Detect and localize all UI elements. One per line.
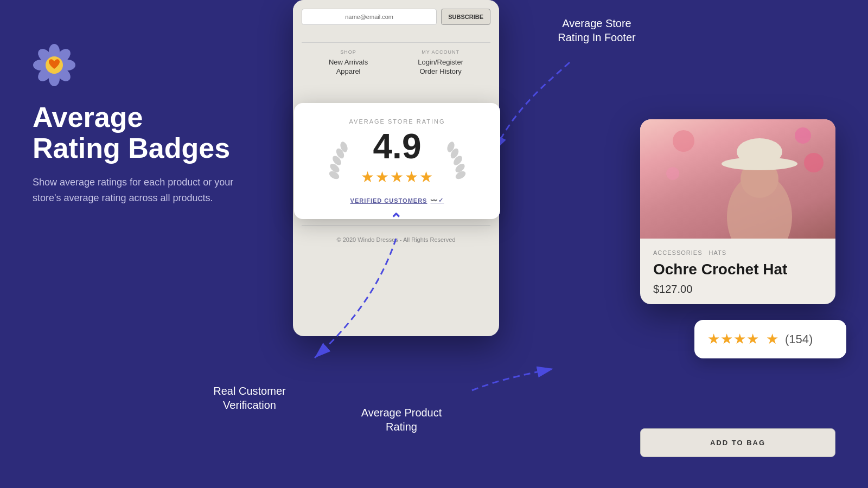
email-row: name@email.com SUBSCRIBE [302,9,490,25]
email-input[interactable]: name@email.com [302,9,437,25]
left-section: Average Rating Badges Show average ratin… [33,43,260,206]
annotation-verification: Real Customer Verification [190,384,309,412]
annotation-store-rating: Average Store Rating In Footer [521,16,673,44]
product-review-count: (154) [785,332,813,346]
category-accessories: ACCESSORIES [653,249,702,256]
shop-link-2[interactable]: Apparel [329,67,368,75]
phone-top: name@email.com SUBSCRIBE [293,0,499,42]
laurel-wrapper: 4.9 ★★★★★ [314,129,481,191]
main-description: Show average ratings for each product or… [33,175,260,206]
annotation-product-rating: Average Product Rating [336,406,467,434]
product-card: ACCESSORIES HATS Ochre Crochet Hat $127.… [640,119,835,304]
chevron-up-icon: ⌃ [390,210,402,228]
account-link-1[interactable]: Login/Register [418,58,463,66]
product-info: ACCESSORIES HATS Ochre Crochet Hat $127.… [640,239,835,304]
product-categories: ACCESSORIES HATS [653,249,822,256]
add-to-bag-button[interactable]: ADD TO BAG [640,428,835,457]
logo-icon [33,43,76,87]
account-link-2[interactable]: Order History [418,67,463,75]
badge-title: AVERAGE STORE RATING [314,118,481,125]
product-half-star: ★ [766,331,778,348]
product-image [640,119,835,239]
shop-heading: SHOP [329,49,368,55]
product-rating-badge: ★★★★ ★ (154) [694,320,846,358]
svg-point-25 [666,167,679,180]
badge-stars: ★★★★★ [361,168,434,186]
product-stars: ★★★★ [707,331,760,348]
product-image-illustration [640,119,835,239]
product-price: $127.00 [653,283,822,296]
nav-account: MY ACCOUNT Login/Register Order History [418,49,463,76]
shop-link-1[interactable]: New Arrivals [329,58,368,66]
store-rating-badge: AVERAGE STORE RATING 4.9 ★★★★★ [294,103,500,219]
verified-label: VERIFIED CUSTOMERS 〰️✓ [314,197,481,204]
phone-nav: SHOP New Arrivals Apparel MY ACCOUNT Log… [293,43,499,83]
left-laurel-icon [325,142,352,179]
subscribe-button[interactable]: SUBSCRIBE [441,9,490,25]
svg-point-24 [804,153,824,172]
main-title: Average Rating Badges [33,102,260,164]
account-heading: MY ACCOUNT [418,49,463,55]
svg-point-22 [673,130,694,152]
verified-check-icon: 〰️✓ [430,197,444,204]
copyright-text: © 2020 Windo Dresses - All Rights Reserv… [304,236,488,243]
right-laurel-icon [443,142,470,179]
category-hats: HATS [709,249,727,256]
nav-shop: SHOP New Arrivals Apparel [329,49,368,76]
product-name: Ochre Crochet Hat [653,260,822,279]
svg-point-29 [737,138,782,165]
svg-point-23 [795,127,811,144]
phone-footer: © 2020 Windo Dresses - All Rights Reserv… [293,226,499,254]
badge-number: 4.9 [361,129,434,164]
